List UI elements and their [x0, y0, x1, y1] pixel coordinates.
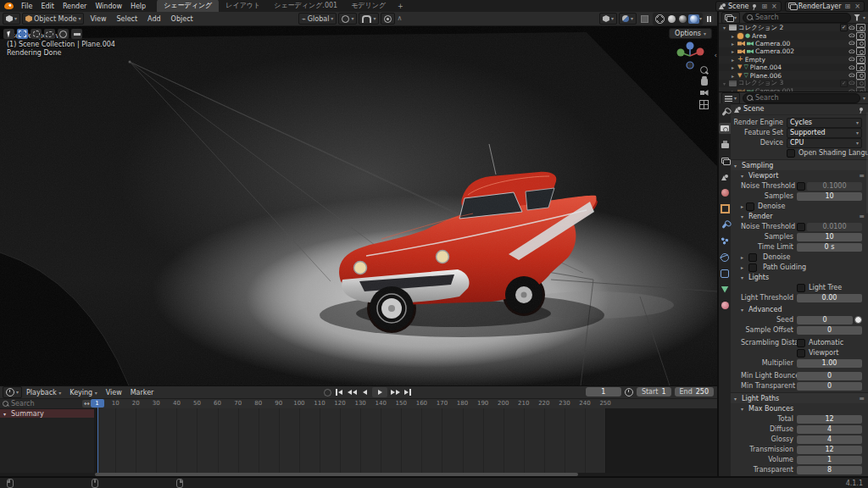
workspace-tab-0[interactable]: シェーディング — [157, 0, 219, 12]
menu-keying[interactable]: Keying ▾ — [65, 389, 101, 396]
path-guiding-panel-header[interactable]: ▸ Path Guiding — [731, 263, 868, 272]
pan-hand-icon[interactable] — [701, 78, 708, 86]
menu-edit[interactable]: Edit — [36, 3, 58, 10]
viewport-3d[interactable]: ▾ Object Mode▾ View Select Add Object ⌁G… — [0, 12, 717, 385]
scrambling-viewport-checkbox[interactable] — [797, 349, 805, 358]
disclosure-arrow[interactable]: ▸ — [730, 88, 736, 92]
menu-window[interactable]: Window — [91, 3, 126, 10]
blender-logo-icon[interactable] — [4, 3, 14, 9]
advanced-panel-header[interactable]: ▾Advanced — [731, 305, 868, 314]
tab-object[interactable] — [719, 203, 731, 214]
falloff-icon[interactable]: ∧ — [397, 15, 402, 22]
snap-dropdown[interactable]: ▾ — [359, 13, 379, 25]
hide-eye-icon[interactable]: ⊙ — [849, 56, 856, 63]
light-threshold-field[interactable]: 0.00 — [797, 294, 862, 302]
select-box-button[interactable] — [17, 29, 28, 39]
hide-eye-icon[interactable]: ⊙ — [849, 25, 856, 31]
tweak-tool-button[interactable] — [3, 29, 14, 39]
playhead[interactable] — [97, 398, 99, 473]
workspace-tab-2[interactable]: シェーディング.001 — [267, 0, 344, 12]
preset-icon[interactable]: ≡ — [859, 213, 865, 220]
menu-marker[interactable]: Marker — [126, 389, 159, 396]
outliner-row[interactable]: ▸Camera.001⊙ — [719, 87, 868, 92]
auto-keying-record-icon[interactable] — [324, 389, 331, 396]
frame-end-field[interactable]: End250 — [675, 387, 714, 396]
pause-render-button[interactable] — [704, 14, 714, 24]
shading-wireframe-button[interactable] — [654, 14, 666, 25]
menu-help[interactable]: Help — [126, 3, 150, 10]
outliner-row[interactable]: ▸Camera.00⊙ — [719, 40, 868, 47]
disable-render-icon[interactable] — [856, 32, 865, 40]
mode-dropdown[interactable]: Object Mode▾ — [22, 13, 84, 25]
play-button[interactable] — [372, 387, 387, 397]
new-scene-button[interactable]: ⊞ — [760, 3, 768, 10]
filter-icon[interactable] — [854, 14, 860, 21]
tab-physics[interactable] — [719, 252, 731, 263]
hide-eye-icon[interactable]: ⊙ — [849, 88, 856, 92]
filter-dropdown[interactable]: ▾ — [863, 15, 865, 20]
scrollbar-handle[interactable] — [95, 473, 578, 476]
light-tree-checkbox[interactable] — [797, 284, 805, 292]
bounce-field[interactable]: 12 — [797, 415, 862, 424]
workspace-tab-3[interactable]: モデリング — [344, 0, 392, 12]
pin-icon[interactable] — [753, 4, 756, 8]
cursor-tool-button[interactable] — [58, 29, 69, 39]
outliner-row[interactable]: ▸▼▽Plane.004⊙ — [719, 64, 868, 71]
osl-checkbox[interactable] — [787, 149, 795, 158]
max-bounces-header[interactable]: ▾Max Bounces — [731, 404, 868, 413]
previous-keyframe-button[interactable] — [347, 387, 357, 397]
tab-world[interactable] — [719, 187, 731, 198]
select-lasso-button[interactable] — [44, 29, 55, 39]
menu-file[interactable]: File — [17, 3, 36, 10]
disclosure-arrow[interactable]: ▸ — [730, 33, 736, 39]
timeline-editor-dropdown[interactable]: ▾ — [3, 386, 22, 398]
render-engine-dropdown[interactable]: Cycles▾ — [787, 118, 862, 128]
tab-particles[interactable] — [719, 236, 731, 247]
menu-playback[interactable]: Playback ▾ — [22, 389, 65, 396]
proportional-edit-toggle[interactable] — [381, 13, 395, 25]
outliner-row[interactable]: ▸Camera.002⊙ — [719, 47, 868, 55]
workspace-tab-1[interactable]: レイアウト — [219, 0, 267, 12]
bounce-field[interactable]: 1 — [797, 456, 862, 464]
disclosure-arrow[interactable]: ▸ — [730, 64, 736, 70]
timeline-tracks[interactable] — [94, 408, 717, 473]
select-circle-button[interactable] — [31, 29, 42, 39]
shading-solid-button[interactable] — [666, 14, 677, 24]
remove-view-layer-button[interactable]: × — [854, 3, 861, 10]
seed-field[interactable]: 0 — [797, 316, 853, 324]
sample-offset-field[interactable]: 0 — [797, 326, 862, 335]
summary-channel[interactable]: ▾ Summary — [0, 409, 94, 418]
viewport-noise-threshold-field[interactable]: 0.1000 — [807, 182, 862, 191]
disable-render-icon[interactable] — [856, 40, 865, 47]
outliner-editor-dropdown[interactable]: ▾ — [721, 12, 740, 24]
hide-eye-icon[interactable]: ⊙ — [849, 72, 856, 79]
xray-toggle[interactable] — [638, 14, 651, 24]
jump-to-start-button[interactable] — [334, 387, 344, 397]
tab-material[interactable] — [719, 300, 731, 311]
view-layer-selector[interactable]: RenderLayer ⊞ × — [785, 1, 865, 12]
feature-set-dropdown[interactable]: Supported▾ — [787, 128, 862, 138]
exclude-checkbox[interactable]: ✓ — [840, 24, 848, 31]
overlays-dropdown[interactable]: ▾ — [619, 13, 637, 25]
outliner-row[interactable]: ▸+Empty⊙ — [719, 56, 868, 64]
disclosure-arrow[interactable]: ▸ — [730, 73, 736, 79]
hide-eye-icon[interactable]: ⊙ — [849, 80, 856, 86]
tab-render[interactable] — [719, 123, 731, 134]
use-preview-range-icon[interactable] — [625, 388, 633, 396]
options-dropdown[interactable]: Options▾ — [669, 28, 712, 39]
disable-render-icon[interactable] — [856, 56, 865, 64]
disclosure-arrow[interactable]: ▸ — [730, 57, 736, 63]
shading-rendered-button[interactable] — [688, 14, 699, 24]
viewport-denoise-checkbox[interactable] — [746, 202, 754, 211]
exclude-checkbox[interactable]: ✓ — [840, 80, 848, 87]
outliner-row[interactable]: ▸●Area⊙ — [719, 31, 868, 39]
disable-render-icon[interactable] — [856, 87, 865, 92]
sampling-panel-header[interactable]: ▾Sampling — [731, 159, 868, 170]
light-paths-panel-header[interactable]: ▾Light Paths≡ — [731, 392, 868, 403]
properties-editor-dropdown[interactable]: ▾ — [721, 92, 740, 104]
pivot-point-dropdown[interactable]: ▾ — [338, 13, 357, 25]
disclosure-arrow[interactable]: ▾ — [721, 80, 727, 86]
menu-object[interactable]: Object — [167, 15, 198, 23]
multiplier-field[interactable]: 1.00 — [797, 359, 862, 368]
bounce-field[interactable]: 4 — [797, 425, 862, 434]
